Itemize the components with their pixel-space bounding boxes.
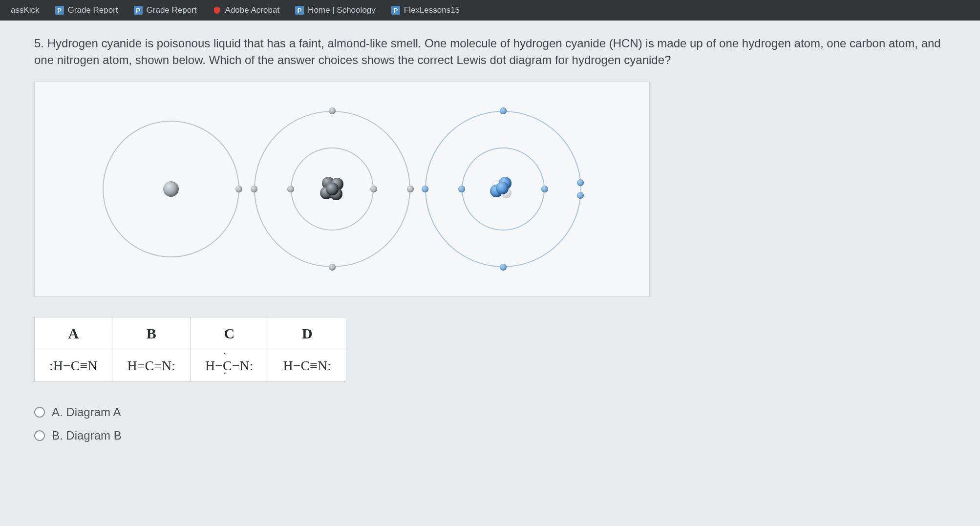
tab-label: Grade Report [147,5,197,15]
option-header-c: C [190,317,268,350]
question-content: 5. Hydrogen cyanide is poisonous liquid … [0,21,980,526]
choice-label: B. Diagram B [52,429,122,442]
tab-label: Grade Report [68,5,118,15]
choice-a[interactable]: A. Diagram A [34,405,946,419]
option-formula-a: :H−C≡N [35,350,112,382]
option-formula-c: H−C¨¨−N: [190,350,268,382]
tab-schoology[interactable]: P Home | Schoology [288,2,383,18]
favicon-p-icon: P [55,6,64,15]
tab-label: Adobe Acrobat [225,5,280,15]
carbon-atom [254,111,410,267]
electron [235,186,242,192]
question-number: 5. [34,37,44,50]
atom-models-image [34,82,650,296]
option-header-b: B [112,317,190,350]
option-formula-d: H−C≡N: [268,350,346,382]
electron [577,179,584,186]
tab-flexlessons[interactable]: P FlexLessons15 [384,2,467,18]
acrobat-icon [213,6,221,15]
choice-b[interactable]: B. Diagram B [34,429,946,442]
option-header-d: D [268,317,346,350]
electron [500,264,507,271]
nitrogen-nucleus [489,177,517,201]
tab-label: assKick [11,5,40,15]
favicon-p-icon: P [134,6,143,15]
question-body: Hydrogen cyanide is poisonous liquid tha… [34,37,941,66]
radio-icon [34,407,45,418]
answer-options-table: A B C D :H−C≡N H=C=N: H−C¨¨−N: H−C≡N: [34,317,346,382]
tab-grade-report-1[interactable]: P Grade Report [48,2,125,18]
tab-grade-report-2[interactable]: P Grade Report [127,2,204,18]
electron [407,186,414,192]
hydrogen-nucleus [163,181,179,197]
radio-icon [34,430,45,441]
electron [577,192,584,199]
favicon-p-icon: P [391,6,400,15]
answer-choice-list: A. Diagram A B. Diagram B [34,405,946,442]
carbon-nucleus [318,177,346,201]
question-text: 5. Hydrogen cyanide is poisonous liquid … [34,35,946,68]
tab-asskick[interactable]: assKick [4,2,46,18]
option-formula-b: H=C=N: [112,350,190,382]
browser-tab-bar: assKick P Grade Report P Grade Report Ad… [0,0,980,21]
choice-label: A. Diagram A [52,405,121,419]
electron [329,264,336,271]
tab-adobe-acrobat[interactable]: Adobe Acrobat [206,2,287,18]
tab-label: FlexLessons15 [404,5,460,15]
hydrogen-atom [103,121,239,257]
nitrogen-atom [425,111,581,267]
favicon-p-icon: P [295,6,304,15]
option-header-a: A [35,317,112,350]
tab-label: Home | Schoology [308,5,376,15]
